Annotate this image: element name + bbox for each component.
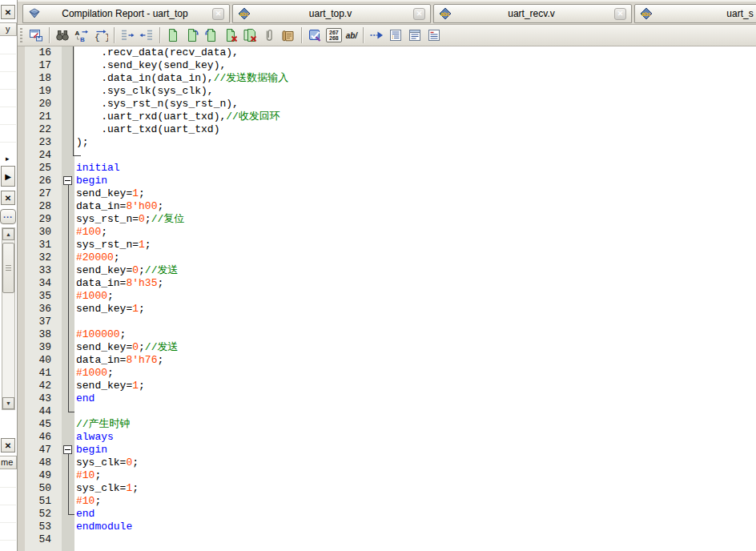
line-number: 21 [25, 111, 62, 123]
previous-bookmark-icon[interactable] [203, 26, 220, 44]
tab-compilation-report[interactable]: Compilation Report - uart_top✕ [22, 4, 230, 23]
panel-close-icon-2[interactable]: ✕ [1, 191, 15, 205]
hierarchy-column-header[interactable]: y [0, 22, 17, 36]
code-text: send_key=1; [74, 380, 756, 392]
code-line[interactable]: 29sys_rst_n=0;//复位 [18, 213, 756, 226]
clear-bookmark-icon[interactable] [222, 26, 239, 44]
toggle-bookmark-icon[interactable] [164, 26, 182, 44]
code-line[interactable]: 16 .recv_data(recv_data), [18, 46, 756, 59]
tab-uart-top-v[interactable]: abcuart_top.v✕ [232, 4, 431, 23]
toolbar-separator [114, 27, 115, 43]
next-bookmark-icon[interactable] [183, 26, 201, 44]
code-text: sys_clk=1; [74, 482, 756, 495]
match-brace-icon[interactable]: { } [92, 26, 110, 44]
code-line[interactable]: 38#100000; [18, 328, 756, 341]
replace-icon[interactable]: AB [73, 26, 90, 44]
code-text: initial [74, 162, 756, 175]
tab-uart-s[interactable]: abcuart_s [634, 4, 756, 23]
code-line[interactable]: 39send_key=0;//发送 [18, 341, 756, 354]
tab-close-icon[interactable]: ✕ [614, 8, 626, 20]
code-text: .uart_txd(uart_txd) [74, 123, 756, 136]
more-button[interactable]: ... [0, 209, 16, 224]
tab-close-icon[interactable]: ✕ [413, 8, 425, 20]
code-line[interactable]: 18 .data_in(data_in),//发送数据输入 [18, 72, 756, 85]
code-line[interactable]: 47begin [18, 444, 756, 456]
panel-scrollbar[interactable]: ▲ ▼ [2, 227, 15, 410]
code-line[interactable]: 27send_key=1; [18, 187, 756, 200]
tcl-script-icon[interactable] [279, 26, 297, 44]
code-line[interactable]: 52end [18, 508, 756, 521]
insert-file-icon[interactable] [406, 26, 424, 44]
find-icon[interactable] [54, 26, 71, 44]
code-line[interactable]: 28data_in=8'h00; [18, 200, 756, 213]
code-line[interactable]: 46always [18, 431, 756, 444]
code-line[interactable]: 36send_key=1; [18, 303, 756, 316]
code-line[interactable]: 26begin [18, 175, 756, 187]
code-line[interactable]: 43end [18, 392, 756, 405]
code-line[interactable]: 24 [18, 149, 756, 162]
properties-document-icon[interactable] [425, 26, 443, 44]
analyze-file-icon[interactable] [306, 26, 324, 44]
comment-icon[interactable]: ab/ [344, 26, 359, 44]
code-line[interactable]: 17 .send_key(send_key), [18, 59, 756, 72]
code-line[interactable]: 35#1000; [18, 290, 756, 303]
code-line[interactable]: 54 [18, 533, 756, 546]
scroll-up-icon[interactable]: ▲ [2, 228, 14, 240]
toolbar-grip[interactable] [20, 28, 22, 42]
code-line[interactable]: 31sys_rst_n=1; [18, 239, 756, 251]
code-text: #1000; [74, 290, 756, 303]
panel-close-icon-3[interactable]: ✕ [1, 438, 15, 452]
code-line[interactable]: 40data_in=8'h76; [18, 354, 756, 367]
code-line[interactable]: 20 .sys_rst_n(sys_rst_n), [18, 98, 756, 111]
indent-icon[interactable] [119, 26, 136, 44]
line-number: 40 [25, 354, 62, 367]
code-line[interactable]: 41#1000; [18, 367, 756, 380]
code-line[interactable]: 34data_in=8'h35; [18, 277, 756, 290]
code-line[interactable]: 32#20000; [18, 251, 756, 264]
clear-all-bookmarks-icon[interactable] [241, 26, 259, 44]
fold-toggle-icon[interactable] [63, 176, 72, 185]
tab-uart-recv-v[interactable]: abcuart_recv.v✕ [433, 4, 632, 23]
code-line[interactable]: 19 .sys_clk(sys_clk), [18, 85, 756, 98]
unindent-icon[interactable] [138, 26, 155, 44]
name-column-header[interactable]: me [0, 456, 17, 469]
code-line[interactable]: 23); [18, 136, 756, 149]
fold-toggle-icon[interactable] [63, 445, 72, 454]
goto-icon[interactable] [368, 26, 385, 44]
code-line[interactable]: 53endmodule [18, 521, 756, 533]
scrollbar-thumb[interactable] [2, 243, 14, 293]
code-line[interactable]: 21 .uart_rxd(uart_txd),//收发回环 [18, 111, 756, 123]
code-line[interactable]: 45//产生时钟 [18, 418, 756, 431]
panel-close-icon[interactable]: ✕ [1, 5, 15, 19]
line-number: 44 [25, 405, 62, 418]
code-text: end [74, 392, 756, 405]
attach-icon[interactable] [260, 26, 278, 44]
code-line[interactable]: 42send_key=1; [18, 380, 756, 392]
code-line[interactable]: 48sys_clk=0; [18, 456, 756, 469]
code-line[interactable]: 25initial [18, 162, 756, 175]
scroll-down-icon[interactable]: ▼ [2, 397, 14, 409]
panel-list [0, 37, 16, 152]
code-line[interactable]: 33send_key=0;//发送 [18, 264, 756, 277]
line-count-indicator[interactable]: 267268 [326, 28, 342, 42]
code-line[interactable]: 49#10; [18, 469, 756, 482]
play-button[interactable]: ▶ [1, 166, 15, 187]
tab-close-icon[interactable]: ✕ [212, 8, 224, 20]
code-line[interactable]: 44 [18, 405, 756, 418]
save-hdl-icon[interactable] [27, 26, 45, 44]
template-document-icon[interactable] [387, 26, 404, 44]
code-line[interactable]: 51#10; [18, 495, 756, 508]
line-number: 23 [25, 136, 62, 149]
code-editor[interactable]: 16 .recv_data(recv_data),17 .send_key(se… [18, 46, 756, 551]
code-line[interactable]: 30#100; [18, 226, 756, 239]
fold-margin [62, 328, 74, 341]
code-text: //产生时钟 [74, 418, 756, 431]
fold-margin [62, 187, 74, 200]
code-line[interactable]: 37 [18, 316, 756, 328]
code-line[interactable]: 50sys_clk=1; [18, 482, 756, 495]
expand-arrow-icon[interactable]: ▸ [6, 155, 10, 163]
toolbar-separator [159, 27, 160, 43]
line-number: 16 [25, 46, 62, 59]
code-text: endmodule [74, 521, 756, 533]
code-line[interactable]: 22 .uart_txd(uart_txd) [18, 123, 756, 136]
